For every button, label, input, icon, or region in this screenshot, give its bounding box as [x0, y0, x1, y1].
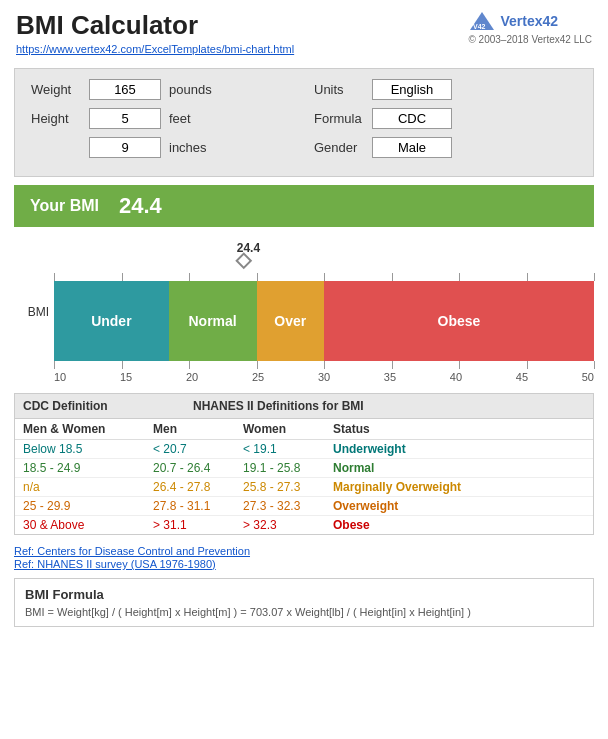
- chart-section: BMI 24.4 Under Normal Over Obese 10: [14, 241, 594, 383]
- table-row: 30 & Above > 31.1 > 32.3 Obese: [15, 516, 593, 534]
- height-feet-unit: feet: [169, 111, 191, 126]
- reference-link[interactable]: Ref: Centers for Disease Control and Pre…: [14, 545, 594, 557]
- height-feet-row: Height feet: [31, 108, 294, 129]
- axis-ticks: 101520253035404550: [54, 371, 594, 383]
- row-cdc: 30 & Above: [23, 518, 153, 532]
- row-women: < 19.1: [243, 442, 333, 456]
- row-cdc: 18.5 - 24.9: [23, 461, 153, 475]
- gender-label: Gender: [314, 140, 364, 155]
- weight-unit: pounds: [169, 82, 212, 97]
- weight-input[interactable]: [89, 79, 161, 100]
- page-title: BMI Calculator: [16, 10, 294, 41]
- bmi-pointer-area: 24.4: [54, 241, 594, 273]
- formula-title: BMI Formula: [25, 587, 583, 602]
- segment-normal-label: Normal: [189, 313, 237, 329]
- logo-area: V42 Vertex42: [468, 10, 592, 32]
- bmi-result: Your BMI 24.4: [14, 185, 594, 227]
- row-women: 27.3 - 32.3: [243, 499, 333, 513]
- row-men: 27.8 - 31.1: [153, 499, 243, 513]
- tick-line: [257, 361, 258, 369]
- formula-label: Formula: [314, 111, 364, 126]
- tick-line: [459, 273, 460, 281]
- axis-tick-label: 45: [516, 371, 528, 383]
- segment-obese-label: Obese: [438, 313, 481, 329]
- col-women-header: Women: [243, 422, 333, 436]
- row-men: > 31.1: [153, 518, 243, 532]
- axis-tick-label: 40: [450, 371, 462, 383]
- tick-line: [459, 361, 460, 369]
- weight-label: Weight: [31, 82, 81, 97]
- table-cdc-header: CDC Definition: [23, 399, 153, 413]
- row-cdc: Below 18.5: [23, 442, 153, 456]
- table-row: 18.5 - 24.9 20.7 - 26.4 19.1 - 25.8 Norm…: [15, 459, 593, 478]
- logo-text: Vertex42: [500, 13, 558, 29]
- table-header-row: CDC Definition NHANES II Definitions for…: [15, 394, 593, 419]
- units-input[interactable]: [372, 79, 452, 100]
- tick-line: [189, 361, 190, 369]
- segment-normal: Normal: [169, 281, 257, 361]
- tick-line: [54, 273, 55, 281]
- weight-row: Weight pounds: [31, 79, 294, 100]
- table-row: 25 - 29.9 27.8 - 31.1 27.3 - 32.3 Overwe…: [15, 497, 593, 516]
- gender-row: Gender: [314, 137, 577, 158]
- input-right: Units Formula Gender: [314, 79, 577, 166]
- units-row: Units: [314, 79, 577, 100]
- header-left: BMI Calculator https://www.vertex42.com/…: [16, 10, 294, 56]
- formula-row: Formula: [314, 108, 577, 129]
- axis-tick-label: 25: [252, 371, 264, 383]
- table-nhanes-header: NHANES II Definitions for BMI: [193, 399, 364, 413]
- input-section: Weight pounds Height feet inches Units F…: [14, 68, 594, 177]
- table-sub-header: Men & Women Men Women Status: [15, 419, 593, 440]
- table-row: Below 18.5 < 20.7 < 19.1 Underweight: [15, 440, 593, 459]
- row-cdc: n/a: [23, 480, 153, 494]
- col-men-header: Men: [153, 422, 243, 436]
- tick-line: [594, 361, 595, 369]
- row-status: Overweight: [333, 499, 585, 513]
- units-label: Units: [314, 82, 364, 97]
- reference-link[interactable]: Ref: NHANES II survey (USA 1976-1980): [14, 558, 594, 570]
- gender-input[interactable]: [372, 137, 452, 158]
- col-status-header: Status: [333, 422, 585, 436]
- row-status: Normal: [333, 461, 585, 475]
- formula-input[interactable]: [372, 108, 452, 129]
- axis-tick-label: 50: [582, 371, 594, 383]
- row-men: 20.7 - 26.4: [153, 461, 243, 475]
- row-men: < 20.7: [153, 442, 243, 456]
- segment-under: Under: [54, 281, 169, 361]
- input-left: Weight pounds Height feet inches: [31, 79, 294, 166]
- vertex42-logo-icon: V42: [468, 10, 496, 32]
- segment-under-label: Under: [91, 313, 131, 329]
- chart-bars: Under Normal Over Obese: [54, 281, 594, 361]
- row-status: Marginally Overweight: [333, 480, 585, 494]
- height-inches-row: inches: [31, 137, 294, 158]
- chart-y-label: BMI: [14, 305, 49, 319]
- tick-lines: [54, 273, 594, 281]
- bmi-pointer-label: 24.4: [237, 241, 260, 255]
- tick-line: [392, 361, 393, 369]
- row-status: Underweight: [333, 442, 585, 456]
- chart-container: BMI 24.4 Under Normal Over Obese 10: [14, 241, 594, 383]
- tick-line: [122, 361, 123, 369]
- tick-line: [527, 361, 528, 369]
- height-feet-input[interactable]: [89, 108, 161, 129]
- formula-text: BMI = Weight[kg] / ( Height[m] x Height[…: [25, 606, 583, 618]
- tick-lines-bottom: [54, 361, 594, 369]
- tick-line: [54, 361, 55, 369]
- formula-section: BMI Formula BMI = Weight[kg] / ( Height[…: [14, 578, 594, 627]
- row-women: 19.1 - 25.8: [243, 461, 333, 475]
- axis-tick-label: 30: [318, 371, 330, 383]
- tick-line: [122, 273, 123, 281]
- segment-over-label: Over: [274, 313, 306, 329]
- header: BMI Calculator https://www.vertex42.com/…: [0, 0, 608, 60]
- header-url[interactable]: https://www.vertex42.com/ExcelTemplates/…: [16, 43, 294, 55]
- bmi-value: 24.4: [119, 193, 162, 219]
- segment-obese: Obese: [324, 281, 594, 361]
- row-women: > 32.3: [243, 518, 333, 532]
- header-right: V42 Vertex42 © 2003–2018 Vertex42 LLC: [468, 10, 592, 45]
- axis-tick-label: 10: [54, 371, 66, 383]
- tick-line: [324, 273, 325, 281]
- height-inches-input[interactable]: [89, 137, 161, 158]
- col-mw-header: Men & Women: [23, 422, 153, 436]
- tick-line: [257, 273, 258, 281]
- height-label: Height: [31, 111, 81, 126]
